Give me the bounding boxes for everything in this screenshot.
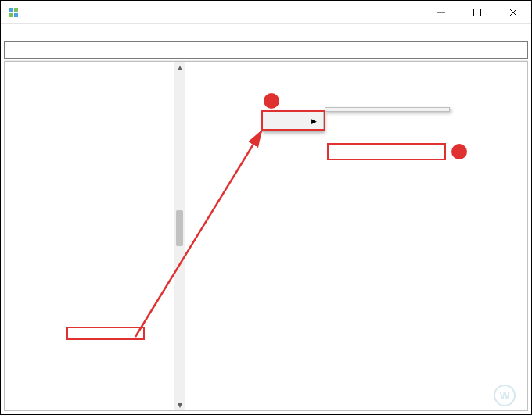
context-new-item[interactable]: ▶ <box>264 113 322 130</box>
svg-rect-2 <box>9 13 13 17</box>
tree-vertical-scrollbar[interactable]: ▴ ▾ <box>174 62 185 410</box>
submenu-arrow-icon: ▶ <box>311 117 317 125</box>
svg-rect-5 <box>474 9 481 16</box>
address-bar[interactable] <box>4 41 528 59</box>
context-submenu-new <box>325 107 450 112</box>
menu-edit[interactable] <box>16 30 29 34</box>
list-header <box>185 62 527 77</box>
value-list-pane <box>185 61 528 411</box>
regedit-icon <box>7 6 20 19</box>
svg-rect-3 <box>14 13 18 17</box>
close-button[interactable] <box>495 1 531 23</box>
menu-favorites[interactable] <box>41 30 54 34</box>
registry-tree[interactable] <box>6 63 174 409</box>
menu-bar <box>1 24 531 40</box>
maximize-button[interactable] <box>459 1 495 23</box>
scroll-up-icon[interactable]: ▴ <box>174 62 185 73</box>
window-controls <box>423 1 531 23</box>
minimize-button[interactable] <box>423 1 459 23</box>
scrollbar-thumb[interactable] <box>176 210 183 246</box>
scroll-down-icon[interactable]: ▾ <box>174 399 185 410</box>
menu-view[interactable] <box>29 30 41 34</box>
menu-file[interactable] <box>4 30 16 34</box>
context-menu-root: ▶ <box>261 110 324 132</box>
menu-help[interactable] <box>54 30 66 34</box>
svg-rect-0 <box>9 8 13 12</box>
titlebar <box>1 1 531 24</box>
tree-pane: ▴ ▾ <box>4 61 185 411</box>
svg-rect-1 <box>14 8 18 12</box>
